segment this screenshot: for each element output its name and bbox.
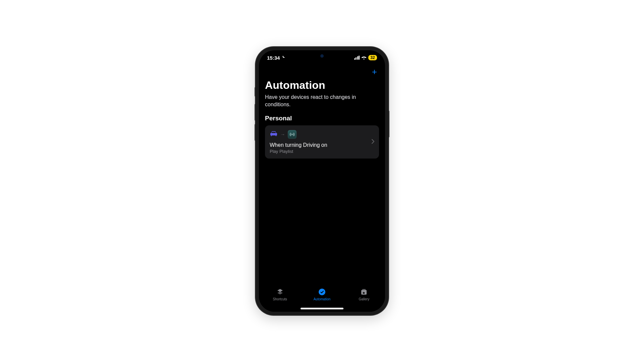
page-title: Automation xyxy=(265,79,379,92)
plus-icon: + xyxy=(372,67,377,77)
tab-gallery-label: Gallery xyxy=(359,297,369,301)
do-not-disturb-icon xyxy=(281,55,285,60)
volume-up-button xyxy=(255,104,256,121)
radio-app-icon xyxy=(288,130,297,139)
tab-shortcuts[interactable]: Shortcuts xyxy=(259,288,301,301)
nav-bar: + xyxy=(259,65,385,78)
status-time: 15:34 xyxy=(267,55,280,61)
tab-automation[interactable]: Automation xyxy=(301,288,343,301)
battery-indicator: 32 xyxy=(368,55,377,60)
page-subtitle: Have your devices react to changes in co… xyxy=(265,94,366,108)
automation-icon-row: → xyxy=(270,130,369,139)
automation-item-title: When turning Driving on xyxy=(270,142,369,148)
car-icon xyxy=(270,130,278,138)
tab-gallery[interactable]: Gallery xyxy=(343,288,385,301)
status-bar: 15:34 32 xyxy=(259,50,385,65)
status-right: 32 xyxy=(354,55,377,60)
home-indicator[interactable] xyxy=(301,308,343,309)
automation-item-content: → When turning Driving on Play Playlist xyxy=(270,130,369,154)
silent-switch xyxy=(255,87,256,97)
cellular-signal-icon xyxy=(354,56,360,60)
screen: 15:34 32 + xyxy=(259,50,385,312)
section-header-personal: Personal xyxy=(265,115,379,122)
gallery-icon xyxy=(360,288,368,296)
status-left: 15:34 xyxy=(267,55,285,61)
wifi-icon xyxy=(361,56,367,60)
content-area: Automation Have your devices react to ch… xyxy=(259,78,385,286)
chevron-right-icon xyxy=(372,139,374,145)
phone-frame: 15:34 32 + xyxy=(256,47,388,315)
automation-icon xyxy=(318,288,326,296)
arrow-right-icon: → xyxy=(280,132,285,137)
tab-shortcuts-label: Shortcuts xyxy=(273,297,287,301)
add-button[interactable]: + xyxy=(370,66,379,77)
tab-automation-label: Automation xyxy=(314,297,331,301)
power-button xyxy=(388,111,389,137)
front-camera-dot xyxy=(320,54,324,58)
automation-item-subtitle: Play Playlist xyxy=(270,149,369,154)
svg-point-0 xyxy=(292,134,293,135)
automation-item-driving[interactable]: → When turning Driving on Play Playlist xyxy=(265,125,379,159)
shortcuts-icon xyxy=(276,288,284,296)
svg-point-1 xyxy=(319,289,325,295)
volume-down-button xyxy=(255,124,256,141)
svg-rect-3 xyxy=(362,289,366,290)
